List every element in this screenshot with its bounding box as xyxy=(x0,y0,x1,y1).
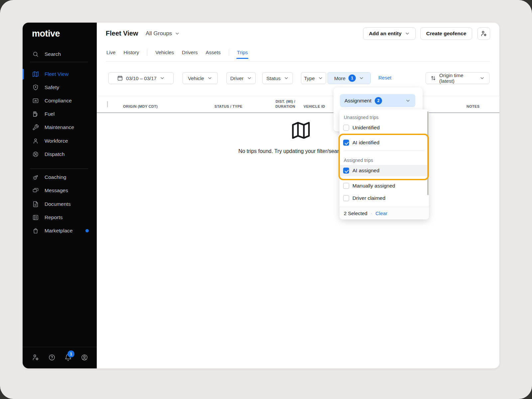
select-all-checkbox[interactable] xyxy=(107,101,108,107)
search-icon xyxy=(32,51,39,58)
assignment-options-panel: Unassigned trips Unidentified AI identif… xyxy=(339,109,429,219)
group-selector[interactable]: All Groups xyxy=(146,30,180,37)
sort-arrows-icon xyxy=(430,75,436,81)
checkbox-manually-assigned[interactable] xyxy=(343,183,349,189)
sidebar-item-workforce[interactable]: Workforce xyxy=(23,134,97,148)
chevron-down-icon xyxy=(405,98,411,103)
tab-divider xyxy=(147,49,147,56)
column-header-vehicle-id: VEHICLE ID xyxy=(304,104,325,108)
options-divider xyxy=(344,151,425,151)
tab-trips[interactable]: Trips xyxy=(237,50,248,59)
dropdown-footer: 2 Selected · Clear xyxy=(339,207,429,219)
date-range-filter[interactable]: 03/10 – 03/17 xyxy=(108,72,174,84)
clear-selection-link[interactable]: Clear xyxy=(375,210,387,216)
tab-vehicles[interactable]: Vehicles xyxy=(155,50,174,59)
sidebar-divider xyxy=(30,62,88,62)
tab-drivers[interactable]: Drivers xyxy=(182,50,198,59)
group-selector-label: All Groups xyxy=(146,30,172,37)
assignment-filter-label: Assignment xyxy=(344,98,371,104)
more-filter-count-badge: 1 xyxy=(348,74,356,82)
sidebar-item-documents[interactable]: Documents xyxy=(23,198,97,211)
tab-live[interactable]: Live xyxy=(106,50,116,59)
sidebar-item-reports[interactable]: Reports xyxy=(23,211,97,224)
more-filters-label: More xyxy=(334,75,345,81)
sidebar: motive Search Fleet View Safety Complian… xyxy=(23,23,97,368)
sidebar-item-compliance[interactable]: Compliance xyxy=(23,94,97,107)
sidebar-item-fuel[interactable]: Fuel xyxy=(23,107,97,121)
calendar-icon xyxy=(117,75,123,81)
more-filters-button[interactable]: More 1 xyxy=(328,72,371,84)
sidebar-item-label: Fleet View xyxy=(45,71,68,77)
map-icon xyxy=(291,121,311,140)
checkbox-ai-identified[interactable] xyxy=(343,140,349,146)
sidebar-divider xyxy=(30,169,88,169)
driver-filter[interactable]: Driver xyxy=(226,72,256,84)
tab-divider xyxy=(229,49,229,56)
sidebar-item-fleet-view[interactable]: Fleet View xyxy=(23,67,97,81)
chevron-down-icon xyxy=(318,75,323,81)
checkbox-unidentified[interactable] xyxy=(343,125,349,131)
shield-icon xyxy=(32,84,39,91)
type-filter-label: Type xyxy=(304,75,315,81)
status-filter[interactable]: Status xyxy=(262,72,293,84)
assignment-filter-button[interactable]: Assignment 2 xyxy=(340,94,415,107)
option-ai-identified[interactable]: AI identified xyxy=(339,137,429,148)
sidebar-item-coaching[interactable]: Coaching xyxy=(23,171,97,184)
admin-settings-button[interactable] xyxy=(477,27,490,40)
sidebar-item-marketplace[interactable]: Marketplace xyxy=(23,224,97,237)
notification-badge: 1 xyxy=(67,350,74,357)
chevron-down-icon xyxy=(284,75,289,81)
chevron-down-icon xyxy=(207,75,212,81)
create-geofence-button[interactable]: Create geofence xyxy=(420,27,472,40)
admin-user-gear-icon[interactable] xyxy=(32,354,39,361)
assignment-count-badge: 2 xyxy=(375,97,382,104)
sidebar-item-maintenance[interactable]: Maintenance xyxy=(23,121,97,134)
sidebar-item-label: Safety xyxy=(45,84,59,90)
sidebar-item-label: Marketplace xyxy=(45,228,72,234)
help-icon[interactable] xyxy=(48,354,56,361)
option-ai-assigned[interactable]: AI assigned xyxy=(339,165,429,176)
new-indicator-dot xyxy=(85,229,89,232)
chevron-down-icon xyxy=(160,75,165,81)
fuel-pump-icon xyxy=(32,111,39,117)
chevron-down-icon xyxy=(247,75,252,81)
vehicle-filter[interactable]: Vehicle xyxy=(183,72,218,84)
sidebar-search-label: Search xyxy=(45,51,61,57)
reset-filters-link[interactable]: Reset xyxy=(378,75,391,80)
add-entity-label: Add an entity xyxy=(369,31,401,37)
type-filter[interactable]: Type xyxy=(301,72,326,84)
sidebar-item-messages[interactable]: Messages xyxy=(23,184,97,197)
column-header-status-type: STATUS / TYPE xyxy=(214,104,242,108)
sidebar-footer-divider xyxy=(23,347,97,347)
whistle-icon xyxy=(32,174,39,181)
profile-icon[interactable] xyxy=(81,354,88,361)
sidebar-item-dispatch[interactable]: Dispatch xyxy=(23,148,97,161)
chevron-down-icon xyxy=(479,75,485,81)
sidebar-item-safety[interactable]: Safety xyxy=(23,81,97,94)
sort-selector[interactable]: Origin time (latest) xyxy=(426,72,489,84)
option-manually-assigned[interactable]: Manually assigned xyxy=(339,180,429,192)
option-label: Unidentified xyxy=(352,125,380,131)
option-label: Manually assigned xyxy=(352,183,395,189)
tab-assets[interactable]: Assets xyxy=(206,50,221,59)
checkbox-ai-assigned[interactable] xyxy=(343,168,349,174)
map-icon xyxy=(32,71,39,77)
app-window: motive Search Fleet View Safety Complian… xyxy=(23,23,499,368)
option-unidentified[interactable]: Unidentified xyxy=(339,122,429,133)
dot-separator: · xyxy=(371,211,372,216)
checkbox-driver-claimed[interactable] xyxy=(343,195,349,201)
sidebar-item-label: Dispatch xyxy=(45,151,65,157)
messages-icon xyxy=(32,187,39,194)
user-gear-icon xyxy=(480,30,487,37)
page-title: Fleet View xyxy=(106,30,138,37)
report-icon xyxy=(32,214,39,221)
sidebar-search[interactable]: Search xyxy=(23,48,97,61)
sort-selector-value: Origin time (latest) xyxy=(439,72,476,84)
add-entity-button[interactable]: Add an entity xyxy=(363,27,416,40)
page-background: motive Search Fleet View Safety Complian… xyxy=(0,0,532,399)
sidebar-item-label: Reports xyxy=(45,214,63,220)
tab-history[interactable]: History xyxy=(124,50,139,59)
option-driver-claimed[interactable]: Driver claimed xyxy=(339,193,429,204)
dropdown-scrollbar-thumb[interactable] xyxy=(427,111,429,195)
sidebar-item-label: Compliance xyxy=(45,98,72,104)
